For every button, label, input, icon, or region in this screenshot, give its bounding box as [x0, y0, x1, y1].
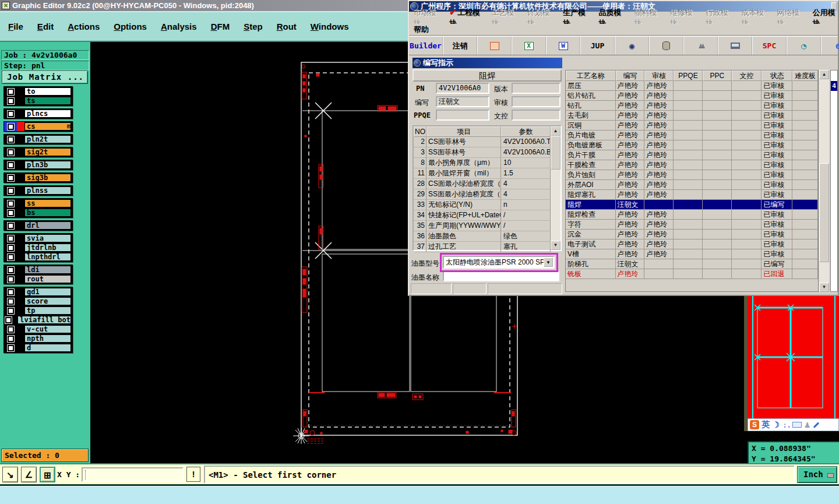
layer-name[interactable]: sig2t	[24, 148, 71, 156]
builder-button[interactable]: Builder	[409, 37, 443, 55]
params-row[interactable]: 37过孔工艺塞孔	[414, 242, 560, 252]
process-col-6[interactable]: 状态	[762, 71, 792, 81]
layer-checkbox[interactable]	[8, 345, 14, 351]
process-row-V槽[interactable]: V槽卢艳玲卢艳玲已审核	[566, 249, 818, 259]
presentation-icon[interactable]	[478, 37, 512, 55]
menu-rout[interactable]: Rout	[277, 22, 297, 31]
layer-name[interactable]: ldi	[24, 266, 71, 274]
layer-row-jtdrlnb[interactable]: jtdrlnb	[4, 243, 72, 252]
word-icon[interactable]: W	[547, 37, 581, 55]
scroll-down-icon[interactable]: ▼	[819, 283, 829, 292]
layer-name[interactable]: plncs	[24, 110, 71, 118]
layer-checkbox[interactable]	[8, 149, 14, 156]
database-icon[interactable]	[650, 37, 684, 55]
wrench-icon[interactable]	[813, 422, 820, 428]
layer-checkbox[interactable]	[8, 188, 14, 194]
computer-icon[interactable]	[718, 37, 753, 55]
version-field[interactable]	[512, 83, 560, 94]
layer-name[interactable]: svia	[24, 234, 71, 242]
menu-edit[interactable]: Edit	[37, 22, 54, 31]
menu-dfm[interactable]: DFM	[211, 22, 230, 31]
process-row-负电镀磨板[interactable]: 负电镀磨板卢艳玲卢艳玲已审核	[566, 140, 818, 150]
units-button[interactable]: Inch	[797, 466, 837, 483]
job-matrix-button[interactable]: Job Matrix ...	[2, 71, 88, 84]
menu-step[interactable]: Step	[244, 22, 263, 31]
doc-field[interactable]	[512, 110, 560, 121]
layer-row-svia[interactable]: svia	[4, 234, 72, 243]
layer-checkbox[interactable]	[8, 175, 14, 181]
ink-model-dropdown[interactable]: 太阳静电喷涂油墨PSR 2000 SP 2 ▼	[443, 256, 555, 269]
layer-checkbox[interactable]	[8, 336, 14, 342]
layer-row-rout[interactable]: rout	[4, 274, 72, 284]
layer-name[interactable]: gd1	[24, 288, 71, 296]
params-row[interactable]: 35生产周期(YYWW/WWYY)/	[414, 221, 560, 231]
layer-row-cs[interactable]: cs⊞	[4, 122, 72, 131]
layer-row-gd1[interactable]: gd1	[4, 287, 72, 297]
layer-checkbox[interactable]	[8, 235, 14, 242]
layer-row-sig2t[interactable]: sig2t	[4, 147, 72, 157]
layer-row-ts[interactable]: ts	[4, 96, 72, 105]
process-col-2[interactable]: 审核	[644, 71, 674, 81]
layer-checkbox[interactable]	[8, 111, 14, 117]
menu-options[interactable]: Options	[114, 22, 147, 31]
layer-row-lnpthdrl[interactable]: lnpthdrl	[4, 252, 72, 262]
process-row-阻焊[interactable]: 阻焊汪朝文已编写	[566, 200, 818, 210]
col-no[interactable]: NO	[414, 126, 426, 137]
process-row-字符[interactable]: 字符卢艳玲卢艳玲已审核	[566, 220, 818, 230]
process-row-铝片钻孔[interactable]: 铝片钻孔卢艳玲卢艳玲已审核	[566, 91, 818, 101]
layer-row-tp[interactable]: tp	[4, 306, 72, 315]
ime-logo-icon[interactable]: S	[750, 420, 759, 429]
alert-button[interactable]: !	[186, 467, 200, 482]
layer-checkbox[interactable]	[8, 245, 14, 251]
process-row-干膜检查[interactable]: 干膜检查卢艳玲卢艳玲已审核	[566, 160, 818, 170]
process-row-阻焊检查[interactable]: 阻焊检查卢艳玲卢艳玲已审核	[566, 210, 818, 220]
menu-windows[interactable]: Windows	[311, 22, 349, 31]
layer-row-bs[interactable]: bs	[4, 208, 72, 217]
layer-checkbox[interactable]	[8, 89, 14, 95]
layer-row-pln3b[interactable]: pln3b	[4, 160, 72, 170]
process-row-沉金[interactable]: 沉金卢艳玲卢艳玲已审核	[566, 230, 818, 239]
users-icon[interactable]: ♟♟	[684, 37, 718, 55]
layer-name[interactable]: cs⊞	[24, 122, 71, 131]
eye-icon[interactable]: ◉	[615, 37, 650, 55]
menu-actions[interactable]: Actions	[68, 22, 100, 31]
reviewer-field[interactable]	[512, 96, 560, 107]
layer-row-score[interactable]: score	[4, 297, 72, 306]
layer-row-pln2t[interactable]: pln2t	[4, 135, 72, 144]
layer-name[interactable]: drl	[24, 221, 71, 230]
keyboard-icon[interactable]	[792, 422, 802, 428]
layer-name[interactable]: v-cut	[24, 325, 71, 333]
params-row[interactable]: 2CS面菲林号4V2V1006A0.TS	[414, 137, 560, 147]
process-col-3[interactable]: PPQE	[674, 71, 703, 81]
layer-name[interactable]: lviafill_bot	[17, 316, 71, 324]
layer-row-sig3b[interactable]: sig3b	[4, 173, 72, 182]
layer-name[interactable]: lnpthdrl	[24, 253, 71, 261]
menu-analysis[interactable]: Analysis	[161, 22, 197, 31]
layer-checkbox[interactable]	[8, 267, 14, 273]
spc-button[interactable]: SPC	[753, 37, 787, 55]
layer-checkbox[interactable]	[8, 210, 14, 216]
person-icon[interactable]: ♟	[804, 421, 811, 429]
layer-row-ss[interactable]: ss	[4, 199, 72, 208]
layer-row-plncs[interactable]: plncs	[4, 109, 72, 118]
measure-mode-button[interactable]: ∠	[21, 467, 37, 482]
process-row-铣板[interactable]: 铣板卢艳玲已回退	[566, 269, 818, 279]
layer-row-to[interactable]: to	[4, 87, 72, 96]
params-row[interactable]: 34快捷标记(FP+UL+DateCo/	[414, 210, 560, 221]
layer-name[interactable]: plnss	[24, 186, 71, 195]
layer-checkbox[interactable]	[5, 317, 12, 323]
process-row-负片蚀刻[interactable]: 负片蚀刻卢艳玲卢艳玲已审核	[566, 170, 818, 180]
ppqe-field[interactable]	[436, 110, 489, 121]
clock-icon[interactable]: ◔	[787, 37, 822, 55]
layer-row-drl[interactable]: drl	[4, 221, 72, 230]
params-row[interactable]: 29SS面最小绿油桥宽度（m4	[414, 189, 560, 200]
layer-name[interactable]: bs	[24, 209, 71, 217]
jup-button[interactable]: JUP	[581, 37, 615, 55]
pn-field[interactable]: 4V2V1006A0	[436, 83, 489, 94]
layer-row-v-cut[interactable]: v-cut	[4, 325, 72, 334]
params-row[interactable]: 3SS面菲林号4V2V1006A0.BS	[414, 147, 560, 158]
grid-window-button[interactable]: ⊞	[40, 467, 55, 482]
process-row-层压[interactable]: 层压卢艳玲卢艳玲已审核	[566, 81, 818, 91]
layer-name[interactable]: tp	[24, 306, 71, 315]
process-row-负片电镀[interactable]: 负片电镀卢艳玲卢艳玲已审核	[566, 131, 818, 140]
